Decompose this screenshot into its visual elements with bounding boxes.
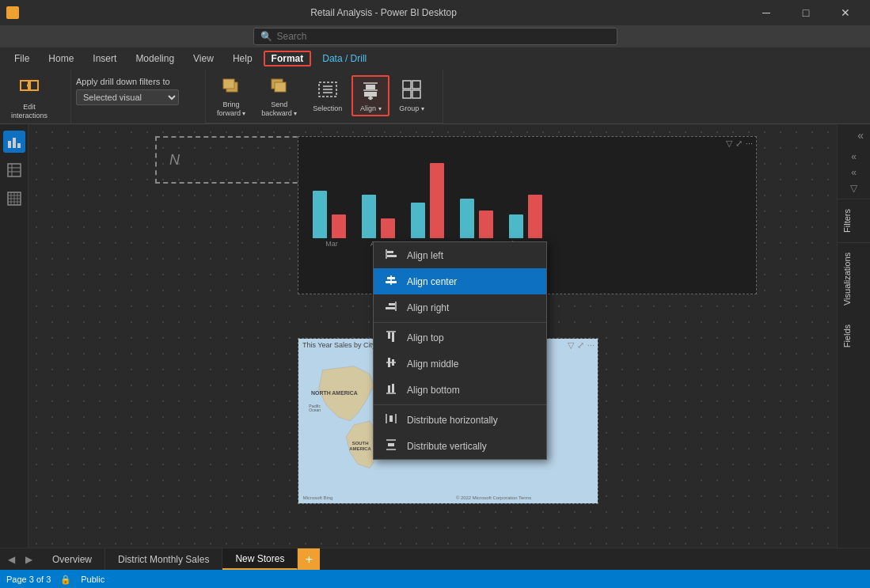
align-left-label: Align left <box>407 250 443 261</box>
bar-group-may-red <box>430 163 444 238</box>
bar-mar-red <box>332 214 346 238</box>
map-filter-icon[interactable]: ▽ <box>568 340 574 351</box>
menu-format[interactable]: Format <box>264 51 312 66</box>
map-focus-icon[interactable]: ⤢ <box>577 340 584 351</box>
titlebar: Retail Analysis - Power BI Desktop ─ □ ✕ <box>0 0 870 25</box>
menu-modeling[interactable]: Modeling <box>127 51 182 66</box>
edit-interactions-button[interactable]: Editinteractions <box>5 73 54 122</box>
filter-icon[interactable]: ▽ <box>726 138 732 149</box>
map-more-icon[interactable]: ··· <box>587 340 595 351</box>
group-icon <box>401 78 423 103</box>
svg-rect-15 <box>364 92 377 97</box>
filters-tab[interactable]: Filters <box>838 199 870 242</box>
bar-chart-icon[interactable] <box>3 131 25 153</box>
menu-file[interactable]: File <box>6 51 37 66</box>
svg-rect-70 <box>389 415 393 422</box>
svg-rect-1 <box>30 81 38 90</box>
menu-view[interactable]: View <box>185 51 222 66</box>
align-button[interactable]: Align ▾ <box>351 75 389 116</box>
bar-apr-cyan <box>362 195 376 238</box>
selection-button[interactable]: Selection <box>306 77 348 115</box>
svg-text:AMERICA: AMERICA <box>349 446 371 451</box>
ribbon-row: Editinteractions Interactions Apply dril… <box>0 70 870 123</box>
svg-rect-66 <box>388 385 390 393</box>
bring-forward-label: Bringforward ▾ <box>217 101 245 118</box>
svg-rect-64 <box>392 359 394 366</box>
menu-datadrill[interactable]: Data / Drill <box>314 51 374 66</box>
table-icon[interactable] <box>3 159 25 181</box>
right-panel: « « « ▽ Filters Visualizations Fields <box>837 124 870 548</box>
svg-rect-22 <box>17 143 21 148</box>
svg-rect-51 <box>387 251 393 253</box>
tab-district-monthly[interactable]: District Monthly Sales <box>105 548 222 570</box>
selection-handles-top: N <box>155 136 313 184</box>
bar-group-apr <box>362 195 376 238</box>
bottom-tabs: ◀ ▶ Overview District Monthly Sales New … <box>0 548 870 570</box>
add-page-button[interactable]: + <box>298 548 320 570</box>
matrix-icon[interactable] <box>3 188 25 210</box>
right-panel-icons: « « ▽ <box>838 146 870 199</box>
bar-may-red <box>430 163 444 238</box>
app-title: Retail Analysis - Power BI Desktop <box>25 7 742 18</box>
minimize-button[interactable]: ─ <box>748 0 785 25</box>
search-input[interactable] <box>277 31 610 42</box>
bring-forward-icon <box>220 74 242 99</box>
bar-jul-cyan <box>509 214 523 238</box>
prev-page-button[interactable]: ◀ <box>3 552 19 567</box>
searchbar: 🔍 <box>0 25 870 47</box>
send-backward-button[interactable]: Sendbackward ▾ <box>255 73 303 119</box>
svg-text:Ocean: Ocean <box>309 408 321 412</box>
distribute-v-item[interactable]: Distribute vertically <box>374 433 546 459</box>
svg-text:NORTH AMERICA: NORTH AMERICA <box>311 390 358 396</box>
svg-text:© 2022 Microsoft Corporation  : © 2022 Microsoft Corporation Terms <box>456 495 531 500</box>
distribute-h-icon <box>383 412 399 427</box>
align-top-item[interactable]: Align top <box>374 324 546 351</box>
close-button[interactable]: ✕ <box>827 0 864 25</box>
filter-panel-icon[interactable]: ▽ <box>849 181 859 195</box>
next-page-button[interactable]: ▶ <box>21 552 36 567</box>
search-icon: 🔍 <box>260 31 272 42</box>
fields-tab[interactable]: Fields <box>838 315 870 357</box>
menubar: File Home Insert Modeling View Help Form… <box>0 47 870 70</box>
align-center-label: Align center <box>407 276 457 287</box>
ribbon: Editinteractions Interactions Apply dril… <box>0 70 870 124</box>
left-sidebar <box>0 124 28 548</box>
tab-overview[interactable]: Overview <box>40 548 105 570</box>
align-dropdown-menu: Align left Align center <box>373 241 547 460</box>
tab-new-stores[interactable]: New Stores <box>222 548 298 570</box>
collapse-icon-1[interactable]: « <box>849 150 858 164</box>
maximize-button[interactable]: □ <box>788 0 824 25</box>
more-icon[interactable]: ··· <box>746 138 753 149</box>
align-right-item[interactable]: Align right <box>374 294 546 321</box>
bring-forward-button[interactable]: Bringforward ▾ <box>211 73 252 119</box>
send-backward-label: Sendbackward ▾ <box>261 101 297 118</box>
collapse-panels-button[interactable]: « <box>854 127 867 143</box>
menu-help[interactable]: Help <box>225 51 260 66</box>
group-label: Group ▾ <box>399 104 424 113</box>
tab-nav: ◀ ▶ <box>0 548 40 570</box>
bar-group-mar <box>313 191 327 238</box>
label-mar: Mar <box>313 240 351 248</box>
align-right-icon <box>383 300 399 315</box>
align-center-item[interactable]: Align center <box>374 268 546 294</box>
focus-icon[interactable]: ⤢ <box>735 138 743 149</box>
menu-insert[interactable]: Insert <box>85 51 124 66</box>
menu-home[interactable]: Home <box>40 51 82 66</box>
distribute-v-icon <box>383 438 399 453</box>
align-bottom-item[interactable]: Align bottom <box>374 377 546 403</box>
ribbon-interactions-section: Editinteractions Interactions <box>0 70 71 123</box>
align-top-label: Align top <box>407 332 444 343</box>
bar-group-jun-red <box>479 211 493 238</box>
visibility-label: Public <box>81 575 104 584</box>
edit-interactions-label: Editinteractions <box>11 103 47 120</box>
svg-text:Microsoft Bing: Microsoft Bing <box>303 495 333 500</box>
distribute-h-item[interactable]: Distribute horizontally <box>374 407 546 433</box>
group-button[interactable]: Group ▾ <box>393 77 431 115</box>
align-left-item[interactable]: Align left <box>374 242 546 268</box>
visualizations-tab[interactable]: Visualizations <box>838 242 870 315</box>
collapse-icon-2[interactable]: « <box>849 165 858 180</box>
align-middle-item[interactable]: Align middle <box>374 351 546 377</box>
right-panel-top: « <box>838 124 870 146</box>
drill-visual-select[interactable]: Selected visual All visuals <box>76 89 179 105</box>
align-label: Align ▾ <box>360 104 382 113</box>
